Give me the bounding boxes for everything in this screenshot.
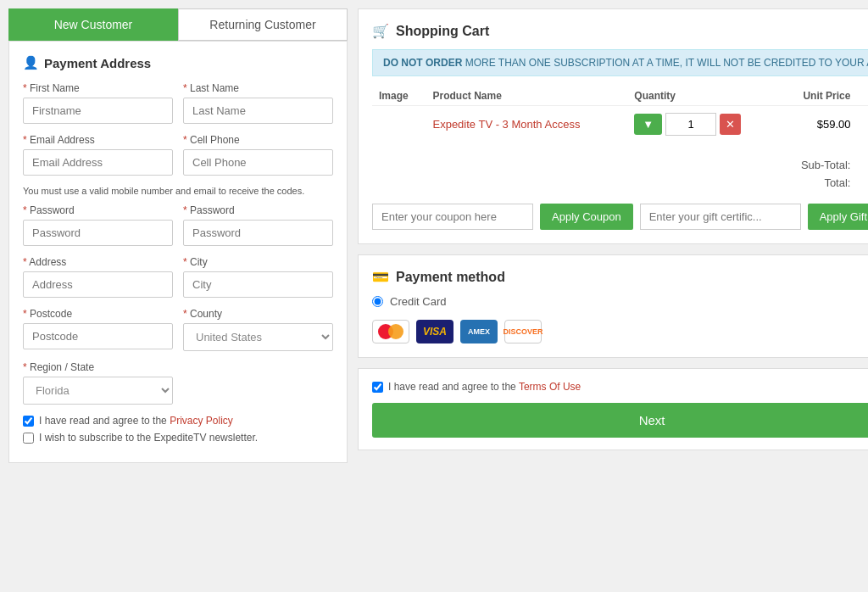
newsletter-text: I wish to subscribe to the ExpediteTV ne… [39,432,258,444]
privacy-policy-link[interactable]: Privacy Policy [170,415,233,427]
bottom-section: I have read and agree to the Terms Of Us… [358,368,868,450]
credit-card-option[interactable]: Credit Card [372,295,868,308]
subtotal-label: Sub-Total: [778,156,857,174]
region-select[interactable]: Florida [23,377,173,405]
first-name-input[interactable] [23,98,173,124]
password-label-1: * Password [23,204,173,216]
payment-method-section: 💳 Payment method Credit Card VISA AMEX D… [358,254,868,358]
credit-card-icon: 💳 [372,269,389,285]
card-icons-group: VISA AMEX DISCOVER [372,320,868,343]
credit-card-radio[interactable] [372,296,383,307]
new-customer-tab[interactable]: New Customer [8,8,178,41]
coupon-input[interactable] [372,204,533,230]
password-input-1[interactable] [23,220,173,246]
terms-checkbox[interactable] [372,382,383,393]
password-group-2: * Password [183,204,333,246]
table-row: Expedite TV - 3 Month Access ▼ ✕ $59.00 … [372,106,868,143]
postcode-group: * Postcode [23,308,173,351]
user-icon: 👤 [23,55,39,70]
terms-row: I have read and agree to the Terms Of Us… [372,381,868,393]
cell-phone-group: * Cell Phone [183,134,333,176]
warning-bar: DO NOT ORDER MORE THAN ONE SUBSCRIPTION … [372,49,868,76]
privacy-policy-text: I have read and agree to the Privacy Pol… [39,415,233,427]
col-image: Image [372,87,426,106]
warning-bold: DO NOT ORDER [383,57,462,69]
first-name-label: * First Name [23,82,173,94]
col-product: Product Name [426,87,627,106]
qty-input[interactable] [665,113,716,136]
cell-phone-input[interactable] [183,149,333,176]
returning-customer-tab[interactable]: Returning Customer [178,8,348,41]
email-input[interactable] [23,149,173,176]
city-label: * City [183,256,333,268]
password-label-2: * Password [183,204,333,216]
product-total-cell: $59.00 [857,106,868,143]
product-unit-price-cell: $59.00 [778,106,857,143]
county-label: * County [183,308,333,320]
product-name-cell: Expedite TV - 3 Month Access [426,106,627,143]
discover-icon: DISCOVER [504,320,542,343]
product-image-cell [372,106,426,143]
payment-address-title: 👤 Payment Address [23,55,333,70]
next-button[interactable]: Next [372,403,868,438]
col-quantity: Quantity [627,87,778,106]
last-name-input[interactable] [183,98,333,124]
privacy-policy-checkbox[interactable] [23,416,34,427]
visa-icon: VISA [416,320,453,343]
region-group: * Region / State Florida [23,361,173,405]
helper-text: You must use a valid mobile number and e… [23,186,333,196]
cart-icon: 🛒 [372,23,389,39]
email-label: * Email Address [23,134,173,146]
privacy-policy-row: I have read and agree to the Privacy Pol… [23,415,333,427]
postcode-label: * Postcode [23,308,173,320]
mastercard-icon [372,320,409,343]
county-group: * County United States [183,308,333,351]
password-group-1: * Password [23,204,173,246]
product-qty-cell: ▼ ✕ [627,106,778,143]
first-name-group: * First Name [23,82,173,124]
password-input-2[interactable] [183,220,333,246]
cart-table: Image Product Name Quantity Unit Price T… [372,87,868,192]
city-input[interactable] [183,271,333,298]
cart-title: 🛒 Shopping Cart [372,23,868,39]
payment-method-title: 💳 Payment method [372,269,868,285]
shopping-cart-section: 🛒 Shopping Cart DO NOT ORDER MORE THAN O… [358,8,868,244]
qty-dropdown-btn[interactable]: ▼ [634,114,662,135]
subtotal-row: Sub-Total: $59.00 [372,156,868,174]
address-group: * Address [23,256,173,298]
total-label: Total: [778,174,857,192]
last-name-label: * Last Name [183,82,333,94]
product-link[interactable]: Expedite TV - 3 Month Access [432,118,580,131]
warning-text: MORE THAN ONE SUBSCRIPTION AT A TIME, IT… [465,57,868,69]
cell-phone-label: * Cell Phone [183,134,333,146]
apply-coupon-button[interactable]: Apply Coupon [540,204,633,230]
qty-remove-btn[interactable]: ✕ [720,114,741,135]
region-spacer [183,361,333,405]
city-group: * City [183,256,333,298]
apply-gift-button[interactable]: Apply Gift Certificate [808,204,868,230]
gift-cert-input[interactable] [640,204,801,230]
email-group: * Email Address [23,134,173,176]
terms-text: I have read and agree to the Terms Of Us… [388,381,581,393]
county-select[interactable]: United States [183,323,333,351]
region-label: * Region / State [23,361,173,373]
postcode-input[interactable] [23,323,173,349]
terms-link[interactable]: Terms Of Use [519,381,581,393]
col-unit-price: Unit Price [778,87,857,106]
credit-card-label: Credit Card [390,295,446,308]
total-value: $59.00 [857,174,868,192]
amex-icon: AMEX [460,320,498,343]
newsletter-checkbox[interactable] [23,433,34,444]
address-input[interactable] [23,271,173,298]
subtotal-value: $59.00 [857,156,868,174]
total-row: Total: $59.00 [372,174,868,192]
last-name-group: * Last Name [183,82,333,124]
coupon-section: Apply Coupon Apply Gift Certificate [372,204,868,230]
col-total: Total [857,87,868,106]
address-label: * Address [23,256,173,268]
newsletter-row: I wish to subscribe to the ExpediteTV ne… [23,432,333,444]
